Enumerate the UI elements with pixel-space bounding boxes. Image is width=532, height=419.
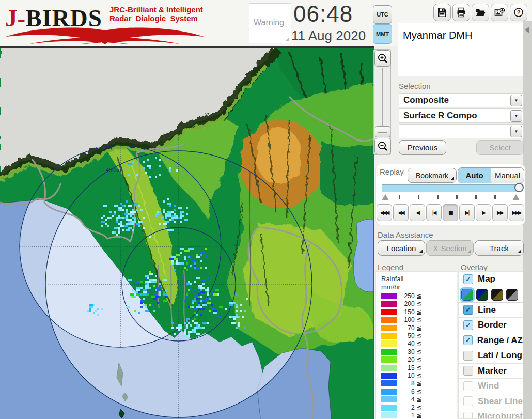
checkbox-icon[interactable]: ✓ [463, 320, 473, 330]
map-style-swatch[interactable] [476, 289, 488, 301]
checkbox-icon[interactable] [463, 351, 473, 361]
play-button[interactable]: ▶ [476, 204, 491, 221]
slider-start-marker[interactable] [382, 194, 389, 200]
legend-row: 150 ≦ [376, 308, 457, 316]
auto-mode-button[interactable]: Auto [458, 168, 491, 183]
logo-subtitle-line1: JRC-Brilliant & Intelligent [109, 5, 203, 14]
save-button[interactable] [433, 4, 451, 21]
bookmark-button[interactable]: Bookmark [408, 168, 457, 183]
chevron-down-icon[interactable]: ▼ [510, 110, 522, 122]
zoom-slider-thumb[interactable] [375, 126, 390, 137]
save-icon [437, 7, 447, 18]
map-style-swatches [459, 287, 523, 303]
select-button[interactable]: Select [476, 140, 524, 155]
chevron-down-icon[interactable]: ▼ [510, 126, 522, 137]
legend-row: 250 ≦ [376, 292, 457, 300]
map-style-swatch[interactable] [491, 289, 503, 301]
slider-tick [456, 195, 458, 199]
clock-time: 06:48 [293, 1, 353, 27]
add-image-button[interactable] [491, 4, 508, 21]
rewind-button[interactable]: ◀◀ [393, 204, 409, 221]
overlay-item-line[interactable]: ✓Line [459, 303, 523, 318]
slider-tick [437, 195, 439, 199]
overlay-item-border[interactable]: ✓Border [459, 318, 523, 333]
skip-to-start-button[interactable]: |◀ [426, 204, 442, 221]
checkbox-icon[interactable]: ✓ [463, 335, 473, 345]
legend-color-swatch [381, 356, 397, 363]
open-folder-icon [475, 7, 486, 18]
checkbox-icon [463, 381, 473, 391]
legend-value: 10 ≦ [396, 372, 421, 379]
map-east-valley [320, 141, 374, 206]
legend-row: 50 ≦ [376, 332, 457, 340]
zoom-in-button[interactable] [374, 50, 391, 67]
utc-button[interactable]: UTC [373, 5, 392, 24]
playback-controls: ◀◀◀◀◀◀|◀■▶|▶▶▶▶▶▶ [377, 204, 524, 221]
slider-end-marker[interactable] [512, 194, 520, 200]
slider-tick [494, 195, 496, 199]
radar-map-canvas[interactable]: 450km [0, 46, 374, 419]
previous-button[interactable]: Previous [399, 140, 446, 155]
legend-value: 50 ≦ [396, 332, 421, 339]
print-button[interactable] [452, 4, 470, 21]
jbirds-window: 450km J-BIRDS JRC-Brilliant & Intel [0, 0, 532, 419]
warning-label: Warning [254, 18, 284, 27]
legend-row: 10 ≦ [376, 372, 457, 380]
help-button[interactable]: ? [510, 4, 527, 21]
legend-value: 150 ≦ [396, 308, 421, 316]
replay-mode-group: Auto Manual [458, 167, 524, 183]
legend-value: 100 ≦ [396, 316, 421, 323]
track-button[interactable]: Track [475, 240, 524, 256]
legend-value: 8 ≦ [396, 380, 421, 387]
legend-value: 250 ≦ [396, 292, 421, 300]
step-back-button[interactable]: ◀ [410, 204, 425, 221]
legend-color-swatch [381, 325, 397, 331]
overlay-item-wind: Wind [459, 379, 523, 394]
location-button[interactable]: Location [378, 240, 425, 256]
slider-tick [399, 195, 400, 199]
legend-color-swatch [381, 340, 397, 347]
data-assistance-label: Data Assistance [378, 230, 433, 239]
overlay-item-map[interactable]: ✓Map [459, 272, 523, 287]
xsection-button[interactable]: X-Section [426, 240, 474, 256]
add-image-icon [494, 7, 505, 18]
open-folder-button[interactable] [472, 4, 489, 21]
warning-panel[interactable]: Warning [249, 3, 291, 43]
fast-rewind-button[interactable]: ◀◀◀ [377, 204, 392, 221]
replay-slider-track[interactable] [382, 184, 521, 192]
station-name-input[interactable]: Myanmar DMH [398, 23, 523, 76]
toolbar: ? [433, 4, 527, 21]
product-dropdown[interactable]: Surface R Compo ▼ [399, 108, 524, 123]
checkbox-icon[interactable]: ✓ [463, 274, 473, 284]
legend-color-swatch [381, 373, 397, 379]
composite-dropdown[interactable]: Composite ▼ [399, 93, 524, 107]
chevron-down-icon[interactable]: ▼ [510, 95, 522, 106]
overlay-item-label: Border [478, 320, 507, 330]
legend-row: 70 ≦ [376, 324, 457, 332]
overlay-item-label: Shear Line [478, 396, 523, 407]
stop-button[interactable]: ■ [443, 204, 458, 221]
empty-dropdown[interactable]: ▼ [399, 124, 524, 138]
mmt-button[interactable]: MMT [373, 24, 392, 44]
eagle-logo-icon [4, 27, 206, 44]
legend-color-swatch [381, 293, 397, 299]
overlay-item-lati-long[interactable]: Lati / Long [459, 348, 523, 364]
map-style-swatch[interactable] [461, 289, 473, 301]
overlay-item-marker[interactable]: Marker [459, 364, 523, 379]
legend-value: 4 ≦ [396, 396, 421, 403]
selection-label: Selection [399, 82, 431, 90]
overlay-item-range-az[interactable]: ✓Range / AZ [459, 333, 523, 349]
manual-mode-button[interactable]: Manual [491, 168, 524, 183]
legend-color-swatch [381, 365, 397, 371]
fastest-forward-button[interactable]: ▶▶▶ [509, 204, 524, 221]
skip-to-end-button[interactable]: ▶| [459, 204, 475, 221]
map-orange-peak [256, 128, 302, 184]
checkbox-icon[interactable]: ✓ [463, 305, 473, 315]
map-style-swatch[interactable] [506, 289, 518, 301]
zoom-out-button[interactable] [374, 138, 391, 154]
replay-slider-thumb[interactable] [514, 183, 524, 192]
fast-forward-button[interactable]: ▶▶ [492, 204, 508, 221]
logo-subtitle-line2: Radar Dialogic System [109, 14, 198, 23]
legend-value: 6 ≦ [396, 388, 421, 395]
checkbox-icon[interactable] [463, 366, 473, 376]
